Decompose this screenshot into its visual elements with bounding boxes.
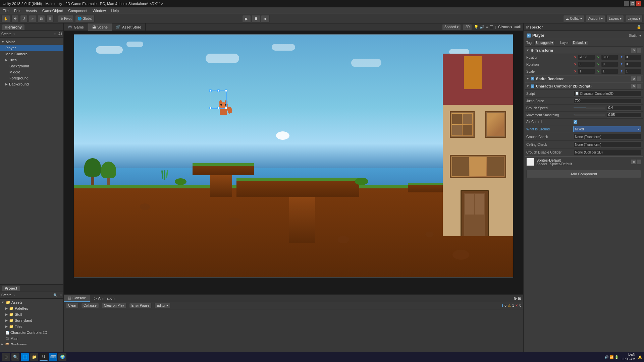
transform-component-header[interactable]: ▼ ⊕ Transform ⚙ ⋮ — [525, 47, 643, 54]
clear-on-play-button[interactable]: Clear on Play — [102, 303, 126, 308]
taskbar-search[interactable]: 🔍 — [11, 353, 19, 361]
tag-dropdown[interactable]: Untagged ▾ — [534, 40, 555, 45]
add-component-button[interactable]: Add Component — [526, 170, 641, 178]
project-charctrl2d[interactable]: 📄 CharacterController2D — [0, 329, 63, 336]
air-control-checkbox[interactable] — [573, 120, 577, 124]
pause-button[interactable]: ⏸ — [252, 15, 260, 22]
tab-game[interactable]: 🎮 Game — [64, 23, 88, 31]
2d-button[interactable]: 2D — [463, 24, 472, 30]
error-pause-button[interactable]: Error Pause — [129, 303, 152, 308]
step-button[interactable]: ⏭ — [261, 15, 270, 22]
menu-component[interactable]: Component — [65, 7, 90, 14]
transform-more-btn[interactable]: ⋮ — [637, 48, 641, 53]
tool-rect[interactable]: ⊡ — [38, 15, 45, 22]
minimize-button[interactable]: — — [624, 1, 629, 6]
rotation-y-field[interactable]: 0 — [601, 62, 618, 67]
hierarchy-item-middle[interactable]: Middle — [0, 69, 63, 75]
layers-button[interactable]: Layers ▾ — [606, 15, 624, 22]
project-add[interactable]: ⊕ — [59, 293, 62, 297]
tool-scale[interactable]: ⤢ — [29, 15, 36, 22]
scale-z-field[interactable]: 1 — [624, 69, 641, 74]
project-tab[interactable]: Project — [2, 286, 20, 291]
scale-x-field[interactable]: 1 — [578, 69, 595, 74]
transform-settings-btn[interactable]: ⚙ — [631, 48, 636, 53]
tool-rotate[interactable]: ↺ — [20, 15, 28, 22]
charctrl-more-btn[interactable]: ⋮ — [637, 84, 641, 88]
tool-transform[interactable]: ⊞ — [46, 15, 54, 22]
hierarchy-tab[interactable]: Hierarchy — [2, 24, 24, 30]
project-search[interactable]: 🔍 — [53, 293, 57, 297]
sprite-checkbox[interactable]: ✓ — [531, 77, 535, 81]
charctrl-settings-btn[interactable]: ⚙ — [631, 84, 636, 88]
notification-icon[interactable]: 🔔 — [638, 355, 642, 359]
hierarchy-item-maincamera[interactable]: Main Camera — [0, 51, 63, 57]
active-checkbox[interactable]: ✓ — [526, 33, 531, 38]
global-button[interactable]: 🌐 Global — [75, 15, 95, 22]
account-button[interactable]: Account ▾ — [586, 15, 605, 22]
script-field[interactable]: 📄 CharacterController2D — [573, 90, 641, 97]
hierarchy-item-main[interactable]: ▼ Main* — [0, 39, 63, 45]
project-sunnyland[interactable]: ▶ 📁 Sunnyland — [0, 317, 63, 323]
project-palettes[interactable]: ▶ 📁 Palettes — [0, 305, 63, 311]
start-button[interactable]: ⊞ — [2, 353, 10, 361]
inspector-lock[interactable]: 🔒 — [637, 25, 641, 29]
hierarchy-create[interactable]: Create — [1, 32, 11, 36]
project-assets[interactable]: ▼ 📁 Assets — [0, 299, 63, 305]
position-y-field[interactable]: 3.06 — [601, 55, 618, 60]
rotation-x-field[interactable]: 0 — [578, 62, 595, 67]
taskbar-vscode[interactable]: ⌨ — [49, 353, 57, 361]
menu-assets[interactable]: Assets — [23, 7, 40, 14]
hierarchy-item-tiles[interactable]: ▶ Tiles — [0, 57, 63, 63]
position-x-field[interactable]: -1.98 — [578, 55, 595, 60]
tab-animation[interactable]: ▷ Animation — [90, 295, 118, 302]
taskbar-explorer[interactable]: 📁 — [30, 353, 38, 361]
maximize-button[interactable]: ❐ — [630, 1, 635, 6]
scale-y-field[interactable]: 1 — [601, 69, 618, 74]
movement-smoothing-field[interactable]: 0.05 — [607, 112, 642, 118]
project-tiles[interactable]: ▶ 📁 Tiles — [0, 323, 63, 329]
layout-button[interactable]: Layout ▾ — [625, 15, 643, 22]
tool-hand[interactable]: ✋ — [1, 15, 10, 22]
editor-dropdown[interactable]: Editor ▾ — [154, 303, 170, 308]
menu-help[interactable]: Help — [108, 7, 121, 14]
tool-translate[interactable]: ✥ — [11, 15, 19, 22]
shading-dropdown[interactable]: Shaded ▾ — [442, 24, 461, 30]
char-controller-header[interactable]: ▼ ✓ Character Controller 2D (Script) ⚙ ⋮ — [525, 82, 643, 90]
what-is-ground-dropdown[interactable]: Mixed ▾ — [573, 126, 641, 132]
menu-file[interactable]: File — [0, 7, 11, 14]
movement-smoothing-slider[interactable]: 0.05 — [573, 112, 641, 118]
hierarchy-item-player[interactable]: Player — [0, 45, 63, 51]
project-main[interactable]: 🎬 Main — [0, 336, 63, 342]
clear-button[interactable]: Clear — [66, 303, 78, 308]
hierarchy-item-foreground[interactable]: Foreground — [0, 75, 63, 81]
tab-scene[interactable]: 🏔 Scene — [88, 23, 112, 31]
rotation-z-field[interactable]: 0 — [624, 62, 641, 67]
taskbar-chrome[interactable]: 🌍 — [58, 353, 66, 361]
pivot-button[interactable]: ⊕ Pivot — [58, 15, 74, 22]
taskbar-unity[interactable]: U — [40, 353, 48, 361]
hierarchy-item-background[interactable]: ▶ Background — [0, 81, 63, 87]
gizmos-btn[interactable]: Gizmos ▾ — [498, 25, 512, 29]
crouch-speed-field[interactable]: 0.4 — [607, 105, 642, 111]
project-packages[interactable]: ▶ 📦 Packages — [0, 342, 63, 345]
crouch-collider-field[interactable]: None (Collider 2D) — [573, 149, 641, 155]
project-stuff[interactable]: ▶ 📁 Stuff — [0, 311, 63, 317]
crouch-speed-slider[interactable]: 0.4 — [573, 105, 641, 111]
jump-force-field[interactable]: 700 — [573, 98, 641, 104]
hierarchy-item-bg-tiles[interactable]: Background — [0, 63, 63, 69]
position-z-field[interactable]: 0 — [624, 55, 641, 60]
menu-gameobject[interactable]: GameObject — [40, 7, 66, 14]
tab-asset-store[interactable]: 🛒 Asset Store — [112, 23, 146, 31]
inspector-tab[interactable]: Inspector — [526, 25, 543, 29]
project-create[interactable]: Create — [1, 293, 11, 297]
static-dropdown[interactable]: ▾ — [639, 34, 641, 38]
play-button[interactable]: ▶ — [242, 15, 251, 22]
search-scene[interactable]: ⊕All — [514, 25, 521, 29]
material-settings-btn[interactable]: ⚙ — [631, 160, 636, 164]
collapse-button[interactable]: Collapse — [81, 303, 99, 308]
layer-dropdown[interactable]: Default ▾ — [571, 40, 588, 45]
sprite-more-btn[interactable]: ⋮ — [637, 76, 641, 81]
material-more-btn[interactable]: ⋮ — [637, 160, 641, 164]
taskbar-edge[interactable]: 🌐 — [21, 353, 29, 361]
sprite-settings-btn[interactable]: ⚙ — [631, 76, 636, 81]
